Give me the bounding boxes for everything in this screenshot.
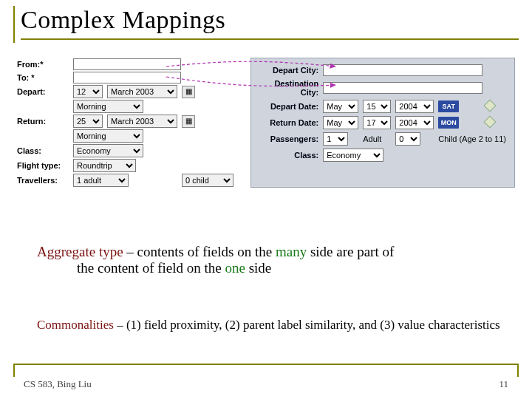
label-passengers: Passengers:: [257, 131, 321, 147]
label-depart-date: Depart Date:: [257, 98, 321, 115]
select-return-month[interactable]: March 2003: [107, 115, 177, 128]
one-word: one: [225, 260, 245, 276]
slide-title: Complex Mappings: [21, 6, 519, 34]
label-adult: Adult: [361, 131, 393, 147]
many-word: many: [276, 244, 307, 259]
select-depart-time[interactable]: Morning: [73, 100, 143, 113]
badge-dow-mon: MON: [438, 117, 459, 129]
calendar-icon[interactable]: ▦: [182, 115, 195, 128]
label-flight-type: Flight type:: [15, 158, 71, 173]
select-depart-month[interactable]: March 2003: [107, 85, 177, 98]
select-class-r[interactable]: Economy: [323, 149, 383, 162]
select-return-time[interactable]: Morning: [73, 129, 143, 143]
select-rd-day[interactable]: 17: [363, 116, 391, 129]
aggregate-text: Aggregate type – contents of fields on t…: [37, 244, 502, 276]
select-flight-type[interactable]: Roundtrip: [73, 159, 136, 172]
select-travellers-adult[interactable]: 1 adult: [73, 174, 129, 187]
select-return-day[interactable]: 25: [73, 115, 103, 128]
diamond-icon: [483, 100, 496, 112]
select-pass-child[interactable]: 0: [395, 132, 420, 146]
badge-dow-sat: SAT: [438, 100, 459, 112]
select-class[interactable]: Economy: [73, 144, 143, 157]
label-child: Child (Age 2 to 11): [436, 131, 508, 147]
form-left: From:* To: * Depart: 12 March 2003 ▦ Mor…: [15, 58, 236, 188]
commonalities-text: Commonalities – (1) field proximity, (2)…: [37, 318, 502, 332]
rule-tick-left: [13, 364, 15, 377]
input-dest-city[interactable]: [323, 82, 482, 94]
select-rd-year[interactable]: 2004: [395, 116, 434, 129]
diamond-icon: [483, 116, 496, 129]
select-travellers-child[interactable]: 0 child: [182, 174, 233, 187]
select-pass-adult[interactable]: 1: [323, 132, 348, 146]
input-from[interactable]: [73, 58, 181, 70]
label-from: From:*: [15, 58, 71, 71]
footer-left: CS 583, Bing Liu: [24, 378, 92, 390]
label-travellers: Travellers:: [15, 173, 71, 188]
bottom-rule: [13, 364, 519, 365]
commonalities-label: Commonalities: [37, 318, 114, 332]
select-dd-year[interactable]: 2004: [395, 100, 434, 113]
title-accent-bar: [13, 6, 15, 43]
title-area: Complex Mappings: [13, 6, 519, 40]
aggregate-label: Aggregate type: [37, 244, 123, 259]
page-number: 11: [499, 378, 508, 390]
label-depart: Depart:: [15, 84, 71, 99]
label-dest-city: DestinationCity:: [257, 78, 321, 98]
input-to[interactable]: [73, 72, 181, 83]
label-depart-city: Depart City:: [257, 63, 321, 78]
label-return: Return:: [15, 114, 71, 129]
label-return-date: Return Date:: [257, 115, 321, 131]
forms-row: From:* To: * Depart: 12 March 2003 ▦ Mor…: [15, 58, 525, 188]
input-depart-city[interactable]: [323, 64, 482, 76]
label-class: Class:: [15, 143, 71, 158]
calendar-icon[interactable]: ▦: [182, 86, 195, 98]
select-rd-month[interactable]: May: [323, 116, 358, 129]
select-dd-month[interactable]: May: [323, 100, 358, 113]
select-dd-day[interactable]: 15: [363, 100, 391, 113]
label-to: To: *: [15, 71, 71, 84]
title-rule: [21, 38, 519, 40]
select-depart-day[interactable]: 12: [73, 85, 103, 98]
rule-tick-right: [517, 364, 519, 377]
form-right: Depart City: DestinationCity: Depart Dat…: [250, 58, 515, 188]
label-class-r: Class:: [257, 147, 321, 163]
